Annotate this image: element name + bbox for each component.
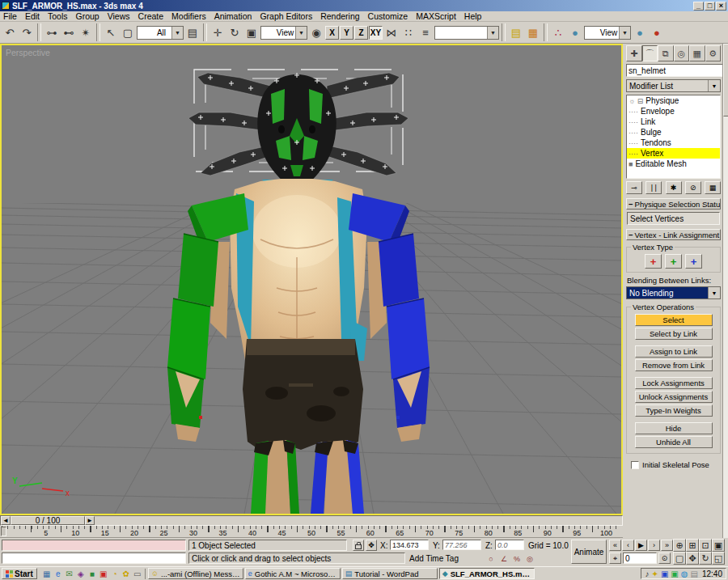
pan-icon[interactable]: ✥	[686, 552, 699, 565]
region-zoom-icon[interactable]: ▢	[673, 552, 686, 565]
named-selection-sets-dropdown[interactable]	[434, 26, 499, 40]
menu-item[interactable]: Graph Editors	[260, 11, 312, 21]
z-coordinate-field[interactable]	[495, 540, 524, 550]
task-messenger[interactable]: ☺...-ami (Offline) Messag...	[148, 568, 243, 579]
menu-item[interactable]: Edit	[25, 11, 40, 21]
rollout-vertex-link-assignment[interactable]: Vertex - Link Assignment	[626, 229, 721, 240]
hide-button[interactable]: Hide	[635, 422, 713, 434]
render-last-icon[interactable]: ●	[632, 24, 648, 40]
app-green-icon[interactable]: ■	[87, 569, 97, 579]
task-internet-explorer[interactable]: eGothic A.M ~ Microsoft...	[245, 568, 341, 579]
tab-modify[interactable]: ⌒	[642, 45, 658, 61]
task-wordpad[interactable]: ▤Tutorial - WordPad	[342, 568, 438, 579]
zoom-extents-all-icon[interactable]: ▣	[712, 539, 725, 552]
restrict-x-button[interactable]: X	[325, 26, 339, 40]
absolute-offset-toggle[interactable]: ✥	[366, 540, 377, 551]
array-icon[interactable]: ∷	[400, 24, 417, 40]
selection-filter-dropdown[interactable]: All	[137, 26, 184, 40]
selection-lock-toggle[interactable]	[353, 540, 364, 551]
previous-frame-arrow[interactable]	[1, 516, 11, 525]
configure-stack-icon[interactable]: ▦	[705, 181, 721, 194]
viewport-label[interactable]: Perspective	[6, 48, 50, 57]
viewport-canvas[interactable]: Y x	[2, 45, 621, 514]
flower-app-icon[interactable]: ✿	[121, 569, 131, 579]
show-end-result-icon[interactable]: | |	[645, 181, 662, 194]
volume-icon[interactable]: ♪	[645, 569, 649, 578]
use-pivot-center-icon[interactable]: ◉	[308, 24, 324, 40]
mirror-icon[interactable]: ⋈	[383, 24, 400, 40]
spinner-snap-icon[interactable]: ◎	[524, 553, 535, 565]
menu-item[interactable]: Help	[464, 11, 482, 21]
menu-item[interactable]: Views	[108, 11, 130, 21]
x-coordinate-field[interactable]	[390, 540, 429, 550]
zoom-icon[interactable]: ⊕	[673, 539, 686, 552]
rollout-physique-selection-status[interactable]: Physique Selection Status	[626, 198, 721, 210]
tab-hierarchy[interactable]: ⧉	[658, 45, 674, 61]
current-frame-field[interactable]	[623, 552, 657, 564]
make-unique-icon[interactable]: ✱	[666, 181, 682, 194]
stack-item-link[interactable]: ····Link	[627, 116, 720, 127]
maximize-button[interactable]: □	[705, 2, 715, 11]
select-button[interactable]: Select	[635, 314, 713, 326]
stack-item-vertex[interactable]: ····Vertex	[627, 148, 720, 159]
tray-app-blue-icon[interactable]: ▣	[661, 569, 668, 578]
menu-item[interactable]: Modifiers	[171, 11, 206, 21]
render-scene-icon[interactable]: ●	[567, 24, 583, 40]
icq-icon[interactable]: ◔	[110, 569, 120, 579]
tab-motion[interactable]: ◎	[674, 45, 690, 61]
remove-modifier-icon[interactable]: ⊘	[685, 181, 701, 194]
lock-assignments-button[interactable]: Lock Assignments	[635, 377, 713, 389]
rect-selection-region-icon[interactable]: ▢	[120, 24, 136, 40]
align-icon[interactable]: ≡	[417, 24, 434, 40]
pin-stack-icon[interactable]: ⊸	[626, 181, 642, 194]
percent-snap-icon[interactable]: %	[511, 553, 523, 565]
render-type-dropdown[interactable]: View	[584, 26, 631, 40]
stack-item-bulge[interactable]: ····Bulge	[627, 127, 720, 138]
current-frame-marker[interactable]	[1, 527, 6, 536]
angle-snap-icon[interactable]: ∠	[498, 553, 510, 565]
remove-from-link-button[interactable]: Remove from Link	[635, 359, 713, 371]
character-model[interactable]	[167, 70, 430, 514]
snap-toggle-icon[interactable]: ○	[485, 553, 497, 565]
vertex-type-deformable-green-button[interactable]: +	[665, 254, 682, 269]
select-object-icon[interactable]: ↖	[103, 24, 119, 40]
vertex-type-rigid-red-button[interactable]: +	[645, 254, 662, 269]
initial-skeletal-pose-checkbox[interactable]: Initial Skeletal Pose	[631, 460, 721, 469]
select-and-rotate-icon[interactable]: ↻	[226, 24, 243, 40]
play-button[interactable]: ▶	[635, 540, 647, 551]
zoom-all-icon[interactable]: ⊞	[686, 539, 699, 552]
restrict-z-button[interactable]: Z	[354, 26, 368, 40]
app-red-icon[interactable]: ▣	[99, 569, 108, 579]
type-in-weights-button[interactable]: Type-In Weights	[635, 404, 713, 417]
select-and-move-icon[interactable]: ✛	[210, 24, 226, 40]
macro-recorder-field[interactable]	[2, 540, 186, 551]
menu-item[interactable]: Create	[138, 11, 164, 21]
y-coordinate-field[interactable]	[442, 540, 481, 550]
animate-button[interactable]: Animate	[571, 540, 607, 564]
tray-app-green-icon[interactable]: ▣	[671, 569, 678, 578]
redo-icon[interactable]: ↷	[19, 24, 35, 40]
menu-item[interactable]: Rendering	[320, 11, 359, 21]
next-frame-button[interactable]: ›	[648, 540, 660, 551]
add-time-tag[interactable]: Add Time Tag	[409, 554, 459, 563]
go-to-start-button[interactable]: «	[609, 540, 621, 551]
assign-to-link-button[interactable]: Assign to Link	[635, 345, 713, 358]
material-editor-icon[interactable]: ∴	[550, 24, 566, 40]
select-by-link-button[interactable]: Select by Link	[635, 328, 713, 340]
stack-item-physique[interactable]: ☼ ⊟Physique	[627, 95, 720, 106]
vertex-type-root-blue-button[interactable]: +	[685, 254, 702, 269]
restrict-xy-plane-button[interactable]: XY	[369, 26, 383, 40]
minimize-button[interactable]: _	[693, 2, 704, 11]
stack-item-envelope[interactable]: ····Envelope	[627, 106, 720, 116]
go-to-end-button[interactable]: »	[661, 540, 673, 551]
object-name-field[interactable]	[626, 64, 728, 77]
command-panel-scrollbar[interactable]	[722, 44, 728, 538]
internet-explorer-icon[interactable]: e	[53, 569, 63, 579]
select-by-name-icon[interactable]: ▤	[184, 24, 201, 40]
task-3dsmax[interactable]: ◆SLF_ARMOR_HS.max...	[439, 568, 535, 579]
zoom-extents-icon[interactable]: ⊡	[699, 539, 712, 552]
maxscript-listener-field[interactable]	[2, 552, 186, 564]
stack-item-editable-mesh[interactable]: ■Editable Mesh	[627, 159, 720, 169]
tab-utilities[interactable]: ⚙	[705, 45, 722, 61]
menu-item[interactable]: MAXScript	[416, 11, 456, 21]
